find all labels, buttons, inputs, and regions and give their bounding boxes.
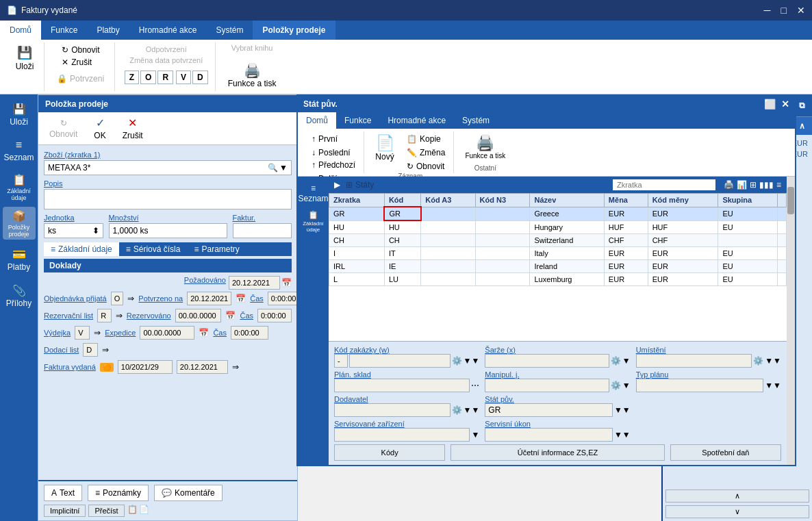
dodavatel-dropdown[interactable]: ▼▼ [464, 405, 480, 415]
kod-zakazky-gear[interactable]: ⚙️ [452, 356, 462, 366]
umisteni-gear[interactable]: ⚙️ [753, 356, 763, 366]
umisteni-dropdown[interactable]: ▼▼ [765, 356, 781, 366]
vydejka-label[interactable]: Výdejka [44, 329, 71, 337]
expedice-label[interactable]: Expedice [105, 329, 136, 337]
scroll-thumb[interactable] [787, 187, 794, 214]
o-btn[interactable]: O [140, 71, 156, 84]
plan-sklad-label[interactable]: Plán. sklad [334, 370, 479, 379]
print-table-btn[interactable]: 🖨️ [724, 180, 734, 190]
sarze-dropdown[interactable]: ▼ [622, 356, 631, 366]
cas-rez-label[interactable]: Čas [240, 312, 253, 320]
col-kodN3[interactable]: Kód N3 [475, 194, 530, 207]
ok-polozka-btn[interactable]: ✓ OK [88, 115, 111, 142]
obnovit-dialog-btn[interactable]: ↻ Obnovit [403, 160, 449, 173]
dropdown-icon[interactable]: ▼ [279, 163, 288, 173]
scroll-up-btn[interactable]: ∧ [665, 490, 809, 503]
cas-value[interactable]: 0:00:00 [268, 292, 300, 305]
sidebar-prilohy[interactable]: 📎 Přílohy [3, 279, 36, 312]
sarze-gear[interactable]: ⚙️ [611, 356, 621, 366]
col-mena[interactable]: Měna [604, 194, 648, 207]
table-row[interactable]: CH CH Switzerland CHF CHF [329, 234, 787, 247]
table-row[interactable]: IRL IE Ireland EUR EUR EU [329, 260, 787, 273]
funkce-tisk-btn[interactable]: 🖨️ Funkce a tisk [224, 61, 281, 90]
sidebar-zakladni[interactable]: 📋 Základní údaje [3, 170, 36, 203]
bar-btn[interactable]: ▮▮▮ [759, 180, 774, 190]
menu-tab-domu[interactable]: Domů [0, 21, 41, 40]
kopie-btn[interactable]: 📋 Kopie [403, 133, 449, 145]
popis-label[interactable]: Popis [44, 179, 292, 188]
sidebar-platby[interactable]: 💳 Platby [3, 243, 36, 276]
tab-poznamky[interactable]: ≡ Poznámky [88, 485, 149, 501]
zrusit-btn[interactable]: ✕ Zrušit [58, 56, 103, 68]
zbozi-label[interactable]: Zboží (zkratka 1) [44, 151, 292, 159]
kod-zakazky-label[interactable]: Kód zakázky (w) [334, 346, 479, 354]
ucetni-btn[interactable]: Účetní informace ZS,EZ [451, 444, 665, 461]
menu-tab-funkce[interactable]: Funkce [41, 21, 87, 40]
servis-ukon-label[interactable]: Servisní úkon [485, 420, 630, 428]
vydejka-arrow-icon[interactable]: ⇒ [94, 328, 101, 338]
table-row[interactable]: HU HU Hungary HUF HUF EU [329, 220, 787, 234]
maximize-btn[interactable]: □ [781, 5, 787, 16]
typ-planu-dropdown[interactable]: ▼▼ [765, 381, 781, 390]
umisteni-input[interactable] [636, 354, 752, 368]
menu-tab-polozky[interactable]: Položky prodeje [253, 21, 335, 40]
dodavatel-gear[interactable]: ⚙️ [452, 405, 462, 415]
dialog-sidebar-zakladni[interactable]: 📋 Základní údaje [301, 208, 327, 234]
table-row[interactable]: GR GR Greece EUR EUR EU [329, 207, 787, 220]
potvrzeno-value[interactable]: 20.12.2021 [187, 292, 231, 305]
manipul-gear[interactable]: ⚙️ [611, 381, 621, 390]
sidebar-seznam[interactable]: ≡ Seznam [3, 134, 36, 167]
kod-zakazky-dropdown[interactable]: ▼▼ [464, 356, 480, 366]
close-btn[interactable]: ✕ [797, 5, 805, 16]
servis-zarizeni-dropdown[interactable]: ▼ [471, 430, 479, 440]
menu-tab-platby[interactable]: Platby [87, 21, 129, 40]
expedice-value[interactable]: 00.00.0000 [140, 326, 194, 340]
menu-tab-hromadne[interactable]: Hromadné akce [129, 21, 207, 40]
stat-puv-input[interactable]: GR [485, 403, 613, 417]
plan-sklad-input[interactable] [334, 379, 470, 392]
sidebar-polozky[interactable]: 📦 Položky prodeje [3, 207, 36, 240]
rezervovano-value[interactable]: 00.00.0000 [175, 309, 222, 322]
obnovit-btn[interactable]: ↻ Obnovit [58, 44, 103, 56]
potvrzeno-label[interactable]: Potvrzeno na [138, 294, 183, 303]
dialog-tab-hromadne[interactable]: Hromadné akce [379, 112, 454, 129]
col-kodMeny[interactable]: Kód měny [648, 194, 718, 207]
faktur-input[interactable] [233, 223, 292, 238]
copy-icon[interactable]: 📋 [127, 505, 138, 517]
z-btn[interactable]: Z [125, 71, 139, 84]
plan-sklad-icon[interactable]: ⋯ [471, 381, 479, 390]
table-row[interactable]: I IT Italy EUR EUR EU [329, 247, 787, 260]
settings-btn[interactable]: ≡ [776, 180, 781, 190]
cas-exp-label[interactable]: Čas [213, 329, 227, 337]
dodavatel-label[interactable]: Dodavatel [334, 395, 479, 403]
vydejka-value[interactable]: V [75, 326, 90, 340]
menu-tab-system[interactable]: Systém [206, 21, 253, 40]
dialog-close-btn[interactable]: ✕ [781, 99, 789, 110]
stat-puv-label[interactable]: Stát pův. [485, 395, 630, 403]
r-btn[interactable]: R [157, 71, 173, 84]
jednotka-label[interactable]: Jednotka [44, 214, 103, 222]
dialog-tab-funkce[interactable]: Funkce [336, 112, 379, 129]
spotrebni-btn[interactable]: Spotřební daň [670, 444, 781, 461]
col-kod[interactable]: Kód [384, 194, 420, 207]
table-row[interactable]: L LU Luxemburg EUR EUR EU [329, 273, 787, 286]
cas-exp-value[interactable]: 0:00:00 [231, 326, 268, 340]
servis-ukon-input[interactable] [485, 428, 613, 442]
zbozi-input[interactable]: METAXA 3* 🔍 ▼ [44, 160, 292, 175]
v-btn[interactable]: V [176, 71, 191, 84]
novy-btn[interactable]: 📄 Nový [371, 133, 398, 173]
tab-zakladni[interactable]: ≡ Základní údaje [44, 242, 119, 256]
search-icon[interactable]: 🔍 [268, 163, 278, 173]
rezervovano-calendar-icon[interactable]: 📅 [225, 311, 236, 320]
servis-ukon-dropdown[interactable]: ▼▼ [614, 430, 631, 440]
faktura-vydana-value[interactable]: 10/2021/29 [118, 360, 173, 374]
sidebar-save[interactable]: 💾 Uloži [3, 98, 36, 131]
kod-zakazky-input[interactable] [349, 354, 451, 368]
dodaci-value[interactable]: D [83, 343, 98, 357]
mnozstvi-label[interactable]: Množství [109, 214, 227, 222]
search-input[interactable] [613, 179, 715, 190]
mnozstvi-input[interactable]: 1,0000 ks [109, 223, 227, 238]
rezervacni-arrow-icon[interactable]: ⇒ [116, 311, 123, 320]
umisteni-label[interactable]: Umístění [636, 346, 781, 354]
dialog-restore-btn[interactable]: ⬜ [764, 99, 776, 110]
